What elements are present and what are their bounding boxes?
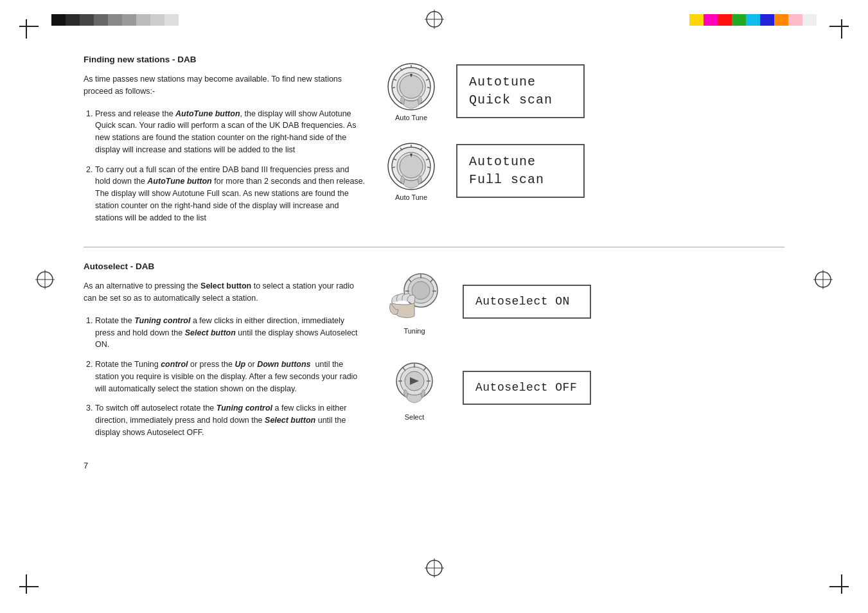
autotune-label-2: Auto Tune: [395, 193, 427, 201]
section-autoselect: Autoselect - DAB As an alternative to pr…: [84, 262, 784, 470]
section1-intro: As time passes new stations may become a…: [84, 73, 366, 98]
up-bold: Up: [235, 360, 245, 369]
select-button: [385, 354, 443, 412]
autoselect-right-col: Tuning Autoselect ON: [385, 262, 784, 427]
display3-line1: Autoselect ON: [475, 294, 578, 310]
autotune-icon1-wrap: Auto Tune: [385, 61, 437, 121]
display2-line1: Autotune: [469, 153, 572, 171]
tuning-bold-2: Tuning control: [217, 404, 272, 413]
colorbar-right: [689, 14, 817, 26]
autotune-icon2-wrap: Auto Tune: [385, 141, 437, 201]
display-fullscan: Autotune Full scan: [456, 144, 585, 198]
section2-item3: To switch off autoselect rotate the Tuni…: [95, 402, 366, 438]
colorbar-left: [51, 14, 179, 26]
reg-mark-bl: [19, 568, 45, 594]
display-autoselect-off: Autoselect OFF: [463, 371, 591, 405]
section1-item2: To carry out a full scan of the entire D…: [95, 164, 366, 224]
reg-mark-br: [823, 568, 849, 594]
select-bold-2: Select button: [265, 416, 315, 425]
section2-list: Rotate the Tuning control a few clicks i…: [84, 315, 366, 439]
tuning-icon-wrap: Tuning: [385, 268, 443, 335]
section2-title: Autoselect - DAB: [84, 262, 366, 271]
crosshair-left: [35, 270, 55, 289]
finding-right-col: Auto Tune Autotune Quick scan: [385, 55, 784, 208]
tuning-label: Tuning: [403, 327, 425, 335]
finding-row1: Auto Tune Autotune Quick scan: [385, 61, 784, 121]
select-icon-wrap: Select: [385, 354, 443, 421]
autoselect-row2: Select Autoselect OFF: [385, 354, 784, 421]
select-bold-intro: Select button: [200, 281, 251, 290]
reg-mark-tr: [823, 19, 849, 45]
display-quickscan: Autotune Quick scan: [456, 64, 585, 118]
reg-mark-tl: [19, 19, 45, 45]
svg-line-19: [427, 87, 430, 88]
svg-line-22: [392, 87, 395, 88]
control-bold: control: [161, 360, 188, 369]
svg-line-33: [392, 167, 395, 168]
svg-point-26: [400, 155, 423, 178]
autoselect-row1: Tuning Autoselect ON: [385, 268, 784, 335]
display2-line2: Full scan: [469, 171, 572, 189]
down-bold: Down buttons: [257, 360, 310, 369]
select-bold-1: Select button: [185, 328, 236, 337]
tuning-bold-1: Tuning control: [134, 316, 190, 325]
section2-item1: Rotate the Tuning control a few clicks i…: [95, 315, 366, 351]
finding-row2: Auto Tune Autotune Full scan: [385, 141, 784, 201]
autotune-bold-2: AutoTune button: [147, 177, 211, 186]
section1-title: Finding new stations - DAB: [84, 55, 366, 64]
page: Finding new stations - DAB As time passe…: [0, 0, 868, 613]
autotune-knob-2: [385, 141, 437, 192]
select-label: Select: [405, 413, 425, 421]
crosshair-right: [813, 270, 833, 289]
svg-line-30: [427, 167, 430, 168]
autotune-knob-1: [385, 61, 437, 112]
section1-list: Press and release the AutoTune button, t…: [84, 108, 366, 224]
display1-line1: Autotune: [469, 73, 572, 91]
display4-line1: Autoselect OFF: [475, 380, 578, 396]
crosshair-bottom: [425, 558, 444, 578]
svg-point-15: [400, 75, 423, 98]
finding-text-col: Finding new stations - DAB As time passe…: [84, 55, 366, 233]
page-number: 7: [84, 461, 784, 470]
tuning-knob: [385, 268, 443, 326]
display-autoselect-on: Autoselect ON: [463, 285, 591, 319]
autotune-bold-1: AutoTune button: [175, 109, 240, 118]
section-divider: [84, 247, 784, 247]
section1-item1: Press and release the AutoTune button, t…: [95, 108, 366, 156]
display1-line2: Quick scan: [469, 91, 572, 109]
crosshair-top: [425, 10, 444, 29]
section-finding: Finding new stations - DAB As time passe…: [84, 55, 784, 233]
autotune-label-1: Auto Tune: [395, 114, 427, 121]
autoselect-text-col: Autoselect - DAB As an alternative to pr…: [84, 262, 366, 447]
section2-item2: Rotate the Tuning control or press the U…: [95, 359, 366, 395]
section2-intro: As an alternative to pressing the Select…: [84, 280, 366, 305]
